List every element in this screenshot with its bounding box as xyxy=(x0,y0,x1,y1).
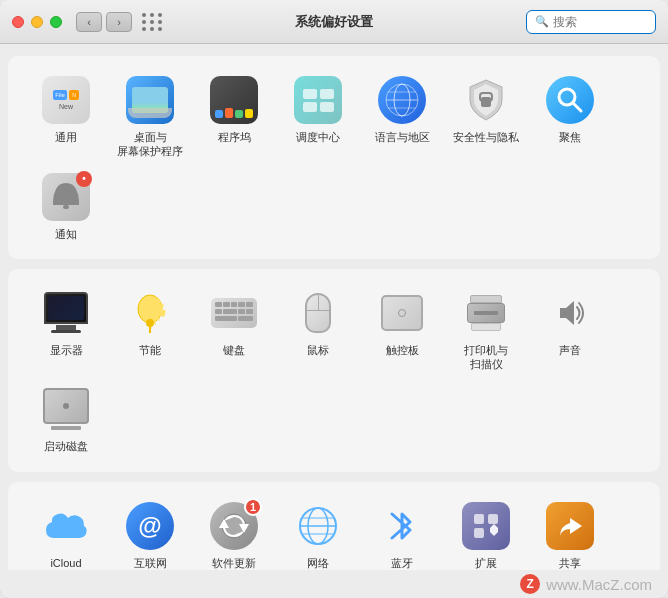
spotlight-label: 聚焦 xyxy=(559,130,581,144)
extensions-icon xyxy=(460,500,512,552)
app-softupdate[interactable]: 1 软件更新 xyxy=(192,494,276,570)
app-startup[interactable]: 启动磁盘 xyxy=(24,377,108,459)
icloud-icon xyxy=(40,500,92,552)
app-sound[interactable]: 声音 xyxy=(528,281,612,378)
app-keyboard[interactable]: 键盘 xyxy=(192,281,276,378)
energy-icon xyxy=(124,287,176,339)
app-energy[interactable]: 节能 xyxy=(108,281,192,378)
app-notif[interactable]: • 通知 xyxy=(24,165,108,247)
svg-rect-21 xyxy=(474,528,484,538)
minimize-button[interactable] xyxy=(31,16,43,28)
close-button[interactable] xyxy=(12,16,24,28)
row-1-grid: File N New 通用 xyxy=(24,68,644,247)
svg-rect-20 xyxy=(488,514,498,524)
z-logo: Z xyxy=(520,574,540,594)
dock-icon xyxy=(208,74,260,126)
traffic-lights xyxy=(12,16,62,28)
keyboard-icon xyxy=(208,287,260,339)
app-icloud[interactable]: iCloud xyxy=(24,494,108,570)
titlebar: ‹ › 系统偏好设置 🔍 xyxy=(0,0,668,44)
printer-label: 打印机与扫描仪 xyxy=(464,343,508,372)
search-box[interactable]: 🔍 xyxy=(526,10,656,34)
app-mission[interactable]: 调度中心 xyxy=(276,68,360,165)
trackpad-icon xyxy=(376,287,428,339)
svg-rect-9 xyxy=(63,205,69,209)
mouse-label: 鼠标 xyxy=(307,343,329,357)
network-label: 网络 xyxy=(307,556,329,570)
window-title: 系统偏好设置 xyxy=(295,13,373,31)
content-area: File N New 通用 xyxy=(0,44,668,570)
general-label: 通用 xyxy=(55,130,77,144)
row-2-grid: 显示器 节能 xyxy=(24,281,644,460)
lang-label: 语言与地区 xyxy=(375,130,430,144)
notif-icon: • xyxy=(40,171,92,223)
maximize-button[interactable] xyxy=(50,16,62,28)
keyboard-label: 键盘 xyxy=(223,343,245,357)
row-3-grid: iCloud @ 互联网帐户 xyxy=(24,494,644,570)
trackpad-label: 触控板 xyxy=(386,343,419,357)
sharing-icon xyxy=(544,500,596,552)
svg-point-11 xyxy=(146,319,154,327)
watermark-text: www.MacZ.com xyxy=(546,576,652,593)
app-printer[interactable]: 打印机与扫描仪 xyxy=(444,281,528,378)
display-icon xyxy=(40,287,92,339)
lang-icon xyxy=(376,74,428,126)
forward-button[interactable]: › xyxy=(106,12,132,32)
desktop-icon xyxy=(124,74,176,126)
app-security[interactable]: 安全性与隐私 xyxy=(444,68,528,165)
svg-line-8 xyxy=(573,103,581,111)
softupdate-icon: 1 xyxy=(208,500,260,552)
extensions-label: 扩展 xyxy=(475,556,497,570)
app-network[interactable]: 网络 xyxy=(276,494,360,570)
notif-label: 通知 xyxy=(55,227,77,241)
app-sharing[interactable]: 共享 xyxy=(528,494,612,570)
main-window: ‹ › 系统偏好设置 🔍 xyxy=(0,0,668,598)
section-row-2: 显示器 节能 xyxy=(8,269,660,472)
app-mouse[interactable]: 鼠标 xyxy=(276,281,360,378)
apps-grid-button[interactable] xyxy=(142,13,163,31)
internet-label: 互联网帐户 xyxy=(134,556,167,570)
search-input[interactable] xyxy=(553,15,647,29)
general-icon: File N New xyxy=(40,74,92,126)
mission-label: 调度中心 xyxy=(296,130,340,144)
back-button[interactable]: ‹ xyxy=(76,12,102,32)
app-dock[interactable]: 程序坞 xyxy=(192,68,276,165)
app-extensions[interactable]: 扩展 xyxy=(444,494,528,570)
bluetooth-label: 蓝牙 xyxy=(391,556,413,570)
app-display[interactable]: 显示器 xyxy=(24,281,108,378)
svg-rect-19 xyxy=(474,514,484,524)
sound-label: 声音 xyxy=(559,343,581,357)
display-label: 显示器 xyxy=(50,343,83,357)
app-spotlight[interactable]: 聚焦 xyxy=(528,68,612,165)
sharing-label: 共享 xyxy=(559,556,581,570)
security-label: 安全性与隐私 xyxy=(453,130,519,144)
energy-label: 节能 xyxy=(139,343,161,357)
section-row-1: File N New 通用 xyxy=(8,56,660,259)
mission-icon xyxy=(292,74,344,126)
sound-icon xyxy=(544,287,596,339)
softupdate-label: 软件更新 xyxy=(212,556,256,570)
watermark: Z www.MacZ.com xyxy=(0,570,668,598)
printer-icon xyxy=(460,287,512,339)
spotlight-icon xyxy=(544,74,596,126)
app-lang[interactable]: 语言与地区 xyxy=(360,68,444,165)
app-bluetooth[interactable]: 蓝牙 xyxy=(360,494,444,570)
section-row-3: iCloud @ 互联网帐户 xyxy=(8,482,660,570)
app-internet[interactable]: @ 互联网帐户 xyxy=(108,494,192,570)
desktop-label: 桌面与屏幕保护程序 xyxy=(117,130,183,159)
app-desktop[interactable]: 桌面与屏幕保护程序 xyxy=(108,68,192,165)
security-icon xyxy=(460,74,512,126)
search-icon: 🔍 xyxy=(535,15,549,28)
startup-label: 启动磁盘 xyxy=(44,439,88,453)
mouse-icon xyxy=(292,287,344,339)
network-icon xyxy=(292,500,344,552)
internet-icon: @ xyxy=(124,500,176,552)
app-general[interactable]: File N New 通用 xyxy=(24,68,108,165)
app-trackpad[interactable]: 触控板 xyxy=(360,281,444,378)
bluetooth-icon xyxy=(376,500,428,552)
icloud-label: iCloud xyxy=(50,556,81,570)
dock-label: 程序坞 xyxy=(218,130,251,144)
nav-buttons: ‹ › xyxy=(76,12,132,32)
startup-icon xyxy=(40,383,92,435)
